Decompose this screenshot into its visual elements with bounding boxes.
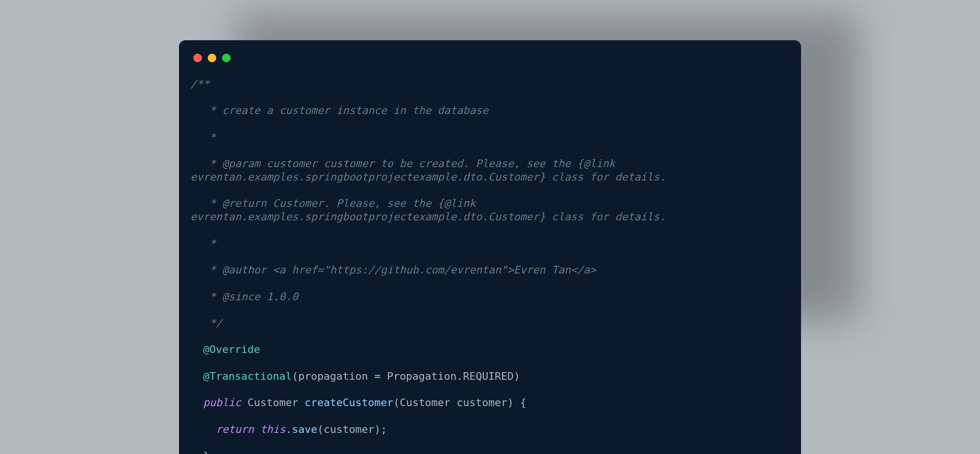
close-icon[interactable]: [193, 54, 202, 62]
return-type: Customer: [247, 397, 298, 409]
code-window: /** * create a customer instance in the …: [179, 40, 801, 454]
traffic-lights: [193, 54, 790, 62]
method-call-save: save: [292, 423, 317, 435]
doc-comment-line: * @author <a href="https://github.com/ev…: [190, 263, 790, 277]
annotation-arg-value-class: Propagation: [380, 370, 457, 382]
dot: .: [286, 423, 292, 435]
param-name: customer: [457, 397, 507, 409]
indent: [190, 450, 203, 454]
annotation-transactional: @Transactional: [203, 370, 292, 382]
minimize-icon[interactable]: [208, 54, 216, 62]
annotation-arg-value-const: REQUIRED: [463, 370, 514, 382]
indent: [190, 370, 203, 382]
doc-comment-line: * create a customer instance in the data…: [190, 104, 790, 117]
paren-open: (: [393, 397, 400, 409]
paren-open: (: [317, 423, 323, 435]
paren-close: ): [514, 370, 520, 382]
indent: [190, 397, 203, 409]
equals-icon: =: [374, 370, 380, 382]
doc-comment-line: */: [190, 317, 790, 330]
doc-comment-line: *: [190, 237, 790, 250]
paren-open: (: [292, 370, 298, 382]
doc-comment-line: * @since 1.0.0: [190, 290, 790, 304]
doc-comment-line: * @param customer customer to be created…: [190, 157, 790, 183]
maximize-icon[interactable]: [222, 54, 231, 62]
paren-close: ): [374, 423, 380, 435]
brace-close: }: [203, 450, 210, 454]
keyword-this: this: [260, 423, 286, 435]
semicolon: ;: [380, 423, 387, 435]
annotation-arg-name: propagation: [298, 370, 374, 382]
doc-comment-line: * @return Customer. Please, see the {@li…: [190, 197, 790, 223]
keyword-return: return: [216, 423, 254, 435]
code-block: /** * create a customer instance in the …: [190, 78, 790, 454]
keyword-public: public: [203, 397, 241, 409]
call-arg: customer: [323, 423, 374, 435]
brace-open: {: [520, 397, 526, 409]
param-type: Customer: [400, 397, 450, 409]
doc-comment-line: *: [190, 131, 790, 144]
doc-comment-line: /**: [190, 78, 790, 91]
paren-close: ): [507, 397, 513, 409]
indent: [190, 423, 216, 435]
dot: .: [457, 370, 463, 382]
method-name: createCustomer: [304, 397, 393, 409]
annotation-override: @Override: [190, 343, 260, 355]
